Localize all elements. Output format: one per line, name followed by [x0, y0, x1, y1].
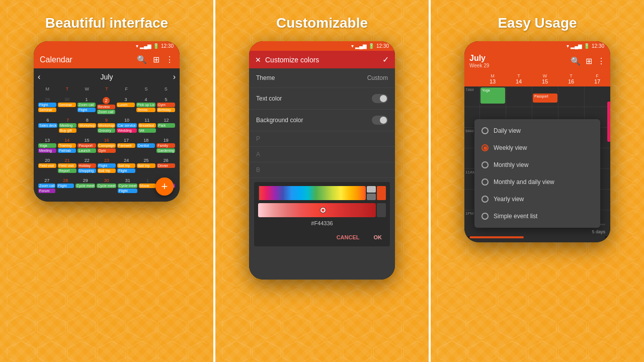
event-0-0-1[interactable]: Seminar — [38, 108, 56, 112]
time-cell-fri-7[interactable] — [584, 86, 610, 107]
cal-day-0-2[interactable]: 1Zoom callFlight — [77, 97, 96, 115]
event-4-0-0[interactable]: Zoom call — [38, 184, 55, 188]
cal-day-4-1[interactable]: 28Flight — [56, 177, 74, 196]
weekly-view-radio[interactable] — [481, 144, 489, 151]
prev-month-button[interactable]: ‹ — [38, 72, 40, 81]
close-icon[interactable]: ✕ — [255, 56, 261, 64]
more-icon[interactable]: ⋮ — [166, 55, 174, 64]
monthly-view-radio[interactable] — [481, 161, 489, 168]
weekly-view-item[interactable]: Weekly view — [474, 139, 600, 156]
event-3-3-0[interactable]: Flight — [98, 163, 116, 168]
event-1-3-0[interactable]: Workshop — [98, 123, 115, 128]
event-3-1-1[interactable]: Report — [58, 168, 76, 173]
cal-day-1-2[interactable]: 8Workshop — [77, 117, 96, 135]
yoga-event[interactable]: Yoga — [480, 87, 505, 104]
event-0-5-1[interactable]: Tennis — [136, 108, 155, 112]
event-3-6-0[interactable]: Dinner — [157, 163, 175, 168]
cal-day-0-0[interactable]: 29FlightSeminar — [38, 97, 57, 115]
monthly-daily-view-item[interactable]: Monthly and daily view — [474, 173, 600, 191]
event-2-2-1[interactable]: Launch — [77, 148, 96, 153]
event-0-3-0[interactable]: Review — [97, 105, 115, 109]
cal-day-2-4[interactable]: 17Farewell — [117, 137, 136, 155]
monthly-view-item[interactable]: Monthly view — [474, 156, 600, 173]
cancel-button[interactable]: CANCEL — [333, 232, 364, 242]
daily-view-radio[interactable] — [481, 127, 489, 134]
yearly-view-radio[interactable] — [481, 196, 489, 203]
event-2-3-0[interactable]: Campaign — [98, 143, 116, 148]
monthly-daily-view-radio[interactable] — [481, 178, 489, 186]
cal-day-1-1[interactable]: 7MeetingBuy gift — [58, 117, 77, 135]
search-icon-weekly[interactable]: 🔍 — [571, 56, 581, 66]
event-3-2-1[interactable]: Shopping — [78, 168, 96, 173]
event-2-2-0[interactable]: Passport — [77, 143, 96, 148]
event-0-2-1[interactable]: Flight — [77, 108, 96, 112]
cal-day-1-4[interactable]: 10Car serviceWedding — [116, 117, 137, 135]
cal-day-3-6[interactable]: 26Dinner — [156, 157, 176, 175]
event-1-1-0[interactable]: Meeting — [59, 123, 76, 128]
cal-day-4-0[interactable]: 27Zoom callForum — [38, 177, 56, 196]
bg-color-toggle[interactable] — [372, 116, 388, 125]
cal-day-4-4[interactable]: 31Cycle meetFlight — [117, 177, 138, 196]
grid-icon-weekly[interactable]: ⊞ — [586, 56, 592, 66]
event-2-1-0[interactable]: Training — [58, 143, 76, 148]
cal-day-4-5[interactable]: 1Movie — [138, 177, 156, 196]
simple-event-list-item[interactable]: Simple event list — [474, 208, 600, 225]
event-1-2-0[interactable]: Workshop — [78, 123, 96, 128]
grid-icon[interactable]: ⊞ — [153, 55, 159, 64]
cal-day-0-3[interactable]: 2ReviewZoom call — [97, 97, 116, 115]
ok-button[interactable]: OK — [370, 232, 386, 242]
event-3-2-0[interactable]: Holiday — [78, 163, 96, 168]
event-3-0-0[interactable]: Field visit — [38, 163, 56, 168]
event-4-3-0[interactable]: Cycle meet — [97, 184, 116, 188]
next-month-button[interactable]: › — [173, 72, 176, 81]
theme-row[interactable]: Theme Custom — [249, 68, 395, 88]
cal-day-0-4[interactable]: 3Lunch — [116, 97, 135, 115]
check-icon[interactable]: ✓ — [382, 55, 389, 64]
event-3-5-0[interactable]: Ball trip — [137, 163, 155, 168]
cal-day-3-2[interactable]: 22HolidayShopping — [77, 157, 97, 175]
event-3-4-0[interactable]: Ball trip — [117, 163, 135, 168]
cal-day-1-5[interactable]: 11BreakfastVet — [138, 117, 156, 135]
time-cell-wed-7[interactable]: Passport — [532, 86, 558, 107]
cal-day-4-3[interactable]: 30Cycle meet — [96, 177, 117, 196]
cal-day-2-2[interactable]: 15PassportLaunch — [77, 137, 96, 155]
event-2-6-0[interactable]: Family — [156, 143, 175, 148]
cal-day-2-0[interactable]: 13YogaMeeting — [38, 137, 57, 155]
event-4-1-0[interactable]: Flight — [57, 184, 74, 188]
bg-color-row[interactable]: Background color — [249, 110, 395, 131]
event-0-3-1[interactable]: Zoom call — [97, 110, 115, 114]
cal-day-3-3[interactable]: 23FlightBall trip — [97, 157, 116, 175]
event-0-4-0[interactable]: Lunch — [117, 103, 135, 107]
search-icon[interactable]: 🔍 — [137, 55, 147, 64]
event-2-1-1[interactable]: Pathlab — [58, 148, 76, 153]
cal-day-3-1[interactable]: 21Field visitReport — [57, 157, 76, 175]
passport-event[interactable]: Passport — [533, 94, 557, 103]
event-0-6-0[interactable]: Gym — [157, 103, 175, 107]
event-1-0-0[interactable]: Sales deck — [38, 123, 57, 128]
event-0-0-0[interactable]: Flight — [38, 103, 56, 107]
simple-event-list-radio[interactable] — [481, 213, 489, 220]
event-3-1-0[interactable]: Field visit — [58, 163, 76, 168]
event-1-5-1[interactable]: Vet — [138, 128, 156, 133]
time-cell-tue-7[interactable] — [506, 86, 532, 107]
cal-day-2-3[interactable]: 16CampaignGym — [97, 137, 116, 155]
time-cell-mon-7[interactable]: Yoga — [479, 86, 506, 107]
event-0-1-0[interactable]: Seminar — [58, 103, 76, 107]
event-1-4-1[interactable]: Wedding — [117, 128, 136, 133]
event-2-0-1[interactable]: Meeting — [38, 148, 56, 153]
event-4-0-1[interactable]: Forum — [38, 189, 55, 193]
event-1-4-0[interactable]: Car service — [117, 123, 136, 128]
cal-day-1-0[interactable]: 6Sales deck — [38, 117, 58, 135]
event-2-4-0[interactable]: Farewell — [117, 143, 135, 148]
cal-day-1-6[interactable]: 12Park — [157, 117, 176, 135]
cal-day-2-6[interactable]: 19FamilyGardening — [156, 137, 176, 155]
cal-day-3-0[interactable]: 20Field visit — [38, 157, 57, 175]
cal-day-2-5[interactable]: 18Dentist — [136, 137, 155, 155]
event-0-5-0[interactable]: Pick up Liz — [136, 103, 155, 107]
cal-day-0-6[interactable]: 5GymBirthday — [156, 97, 176, 115]
text-color-row[interactable]: Text color — [249, 88, 395, 110]
event-2-6-1[interactable]: Gardening — [156, 148, 175, 153]
event-0-6-1[interactable]: Birthday — [157, 108, 175, 112]
cal-day-2-1[interactable]: 14TrainingPathlab — [57, 137, 76, 155]
event-4-2-0[interactable]: Cycle meet — [75, 184, 95, 188]
